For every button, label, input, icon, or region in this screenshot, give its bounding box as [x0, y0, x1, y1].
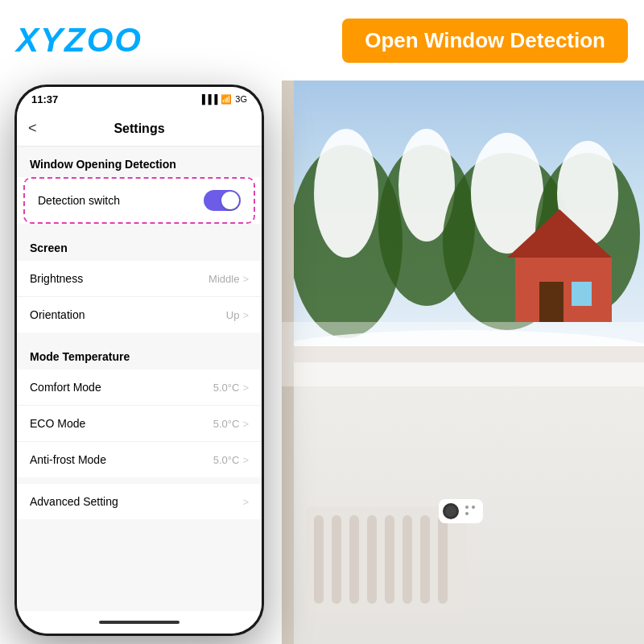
- svg-point-30: [445, 506, 456, 517]
- top-banner: XYZOO Open Window Detection: [0, 0, 644, 80]
- svg-rect-26: [420, 515, 430, 604]
- advanced-section: Advanced Setting >: [17, 484, 262, 519]
- feature-banner: Open Window Detection: [342, 19, 628, 63]
- antifrost-mode-label: Anti-frost Mode: [30, 453, 106, 466]
- brightness-label: Brightness: [30, 272, 83, 285]
- svg-rect-11: [539, 282, 564, 322]
- toggle-knob: [221, 192, 239, 209]
- svg-rect-20: [314, 515, 324, 604]
- comfort-mode-row[interactable]: Comfort Mode 5.0°C >: [17, 369, 262, 406]
- orientation-value: Up >: [226, 309, 249, 321]
- home-bar: [99, 621, 180, 624]
- detection-switch-label: Detection switch: [38, 194, 120, 207]
- mode-temperature-section: Mode Temperature Comfort Mode 5.0°C > EC…: [17, 339, 262, 477]
- svg-point-33: [465, 512, 469, 515]
- battery-icon: 3G: [235, 94, 247, 104]
- comfort-mode-label: Comfort Mode: [30, 381, 101, 394]
- settings-content[interactable]: Window Opening Detection Detection switc…: [17, 147, 262, 611]
- comfort-chevron: >: [242, 382, 249, 394]
- page-wrapper: XYZOO Open Window Detection: [0, 0, 644, 644]
- advanced-chevron: >: [242, 496, 249, 508]
- brightness-value: Middle >: [208, 273, 249, 285]
- antifrost-mode-row[interactable]: Anti-frost Mode 5.0°C >: [17, 442, 262, 477]
- phone-screen: 11:37 ▐▐▐ 📶 3G < Settings Wind: [17, 87, 262, 634]
- svg-rect-18: [282, 322, 644, 386]
- antifrost-mode-value: 5.0°C >: [213, 454, 249, 466]
- mode-temp-label: Mode Temperature: [17, 339, 262, 369]
- status-icons: ▐▐▐ 📶 3G: [199, 94, 247, 105]
- wifi-icon: 📶: [221, 94, 232, 105]
- window-detection-label: Window Opening Detection: [17, 147, 262, 177]
- detection-switch-highlight: Detection switch: [23, 177, 255, 224]
- phone-mockup: 11:37 ▐▐▐ 📶 3G < Settings Wind: [14, 85, 264, 636]
- screen-label: Screen: [17, 230, 262, 261]
- nav-bar: < Settings: [17, 111, 262, 147]
- brightness-chevron: >: [242, 273, 249, 285]
- background-scene: [282, 80, 644, 644]
- detection-toggle[interactable]: [204, 190, 241, 211]
- orientation-label: Orientation: [30, 308, 85, 321]
- svg-rect-24: [385, 515, 394, 604]
- eco-mode-label: ECO Mode: [30, 417, 85, 430]
- svg-rect-23: [367, 515, 377, 604]
- svg-rect-12: [572, 282, 592, 306]
- eco-mode-value: 5.0°C >: [213, 418, 249, 430]
- advanced-setting-label: Advanced Setting: [30, 495, 118, 508]
- eco-chevron: >: [242, 418, 249, 430]
- advanced-setting-value: >: [242, 496, 249, 508]
- orientation-chevron: >: [242, 309, 249, 321]
- svg-rect-27: [438, 515, 448, 604]
- window-detection-section: Window Opening Detection Detection switc…: [17, 147, 262, 224]
- svg-rect-22: [349, 515, 359, 604]
- screen-section: Screen Brightness Middle > Orientation U: [17, 230, 262, 332]
- logo: XYZOO: [16, 21, 142, 60]
- advanced-setting-row[interactable]: Advanced Setting >: [17, 484, 262, 519]
- signal-icon: ▐▐▐: [199, 94, 217, 104]
- home-indicator: [17, 611, 262, 634]
- nav-title: Settings: [114, 122, 164, 136]
- svg-point-2: [314, 129, 378, 258]
- svg-point-31: [465, 506, 469, 509]
- svg-rect-25: [402, 515, 412, 604]
- orientation-row[interactable]: Orientation Up >: [17, 297, 262, 332]
- detection-switch-row[interactable]: Detection switch: [25, 179, 254, 222]
- back-button[interactable]: <: [28, 120, 37, 137]
- antifrost-chevron: >: [242, 454, 249, 466]
- status-time: 11:37: [31, 93, 58, 105]
- phone-shell: 11:37 ▐▐▐ 📶 3G < Settings Wind: [14, 85, 264, 636]
- brightness-row[interactable]: Brightness Middle >: [17, 261, 262, 297]
- svg-point-32: [472, 506, 475, 509]
- eco-mode-row[interactable]: ECO Mode 5.0°C >: [17, 406, 262, 442]
- status-bar: 11:37 ▐▐▐ 📶 3G: [17, 87, 262, 111]
- banner-text: Open Window Detection: [365, 28, 605, 52]
- comfort-mode-value: 5.0°C >: [213, 382, 249, 394]
- svg-rect-21: [332, 515, 341, 604]
